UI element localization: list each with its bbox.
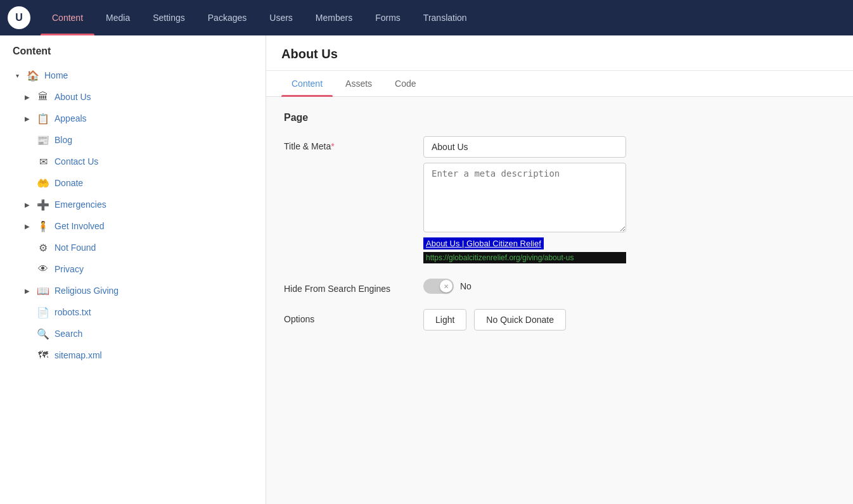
contact-icon: ✉ xyxy=(37,155,49,168)
sitemap-icon: 🗺 xyxy=(37,349,49,362)
title-meta-label: Title & Meta* xyxy=(284,136,411,151)
search-icon: 🔍 xyxy=(37,327,49,340)
option-light-button[interactable]: Light xyxy=(423,309,466,331)
about-us-label: About Us xyxy=(55,92,91,102)
nav-forms[interactable]: Forms xyxy=(364,0,412,35)
robots-label: robots.txt xyxy=(55,307,91,317)
tab-content[interactable]: Content xyxy=(281,71,333,96)
sidebar-item-religious-giving[interactable]: ▶ 📖 Religious Giving xyxy=(0,280,266,301)
form-area: Page Title & Meta* About Us | Global Cit… xyxy=(266,97,853,504)
nav-items: Content Media Settings Packages Users Me… xyxy=(41,0,478,35)
logo[interactable]: U xyxy=(8,6,30,29)
sidebar-item-search[interactable]: ▶ 🔍 Search xyxy=(0,323,266,344)
toggle-knob: ✕ xyxy=(440,280,452,293)
sidebar-item-appeals[interactable]: ▶ 📋 Appeals xyxy=(0,108,266,129)
nav-translation[interactable]: Translation xyxy=(412,0,478,35)
donate-label: Donate xyxy=(55,178,83,188)
about-us-icon: 🏛 xyxy=(37,91,49,103)
hide-search-toggle[interactable]: ✕ xyxy=(423,279,454,294)
blog-label: Blog xyxy=(55,135,72,145)
sidebar-item-home[interactable]: ▾ 🏠 Home xyxy=(0,65,266,86)
nav-media[interactable]: Media xyxy=(94,0,141,35)
options-buttons: Light No Quick Donate xyxy=(423,309,835,331)
home-arrow-icon: ▾ xyxy=(13,71,22,80)
meta-description-textarea[interactable] xyxy=(423,163,626,232)
religious-giving-icon: 📖 xyxy=(37,284,49,297)
tabs-bar: Content Assets Code xyxy=(266,71,853,97)
home-label: Home xyxy=(44,70,68,80)
required-marker: * xyxy=(331,141,334,151)
search-label: Search xyxy=(55,329,82,339)
sidebar-item-emergencies[interactable]: ▶ ➕ Emergencies xyxy=(0,194,266,215)
contact-label: Contact Us xyxy=(55,156,98,167)
not-found-label: Not Found xyxy=(55,243,96,253)
sidebar-tree: ▾ 🏠 Home ▶ 🏛 About Us ▶ 📋 Appeals ▶ 📰 Bl… xyxy=(0,62,266,369)
get-involved-label: Get Involved xyxy=(55,221,105,231)
sidebar-heading: Content xyxy=(0,35,266,62)
appeals-label: Appeals xyxy=(55,113,87,123)
hide-search-controls: ✕ No xyxy=(423,279,835,294)
sidebar-item-not-found[interactable]: ▶ ⚙ Not Found xyxy=(0,237,266,258)
toggle-text: No xyxy=(460,281,471,291)
sidebar-item-privacy[interactable]: ▶ 👁 Privacy xyxy=(0,258,266,280)
options-controls: Light No Quick Donate xyxy=(423,309,835,331)
nav-settings[interactable]: Settings xyxy=(141,0,196,35)
nav-users[interactable]: Users xyxy=(258,0,304,35)
nav-members[interactable]: Members xyxy=(304,0,364,35)
religious-giving-label: Religious Giving xyxy=(55,286,119,296)
not-found-icon: ⚙ xyxy=(37,241,49,254)
sidebar-item-contact[interactable]: ▶ ✉ Contact Us xyxy=(0,151,266,172)
home-icon: 🏠 xyxy=(27,69,39,82)
emergencies-arrow-icon: ▶ xyxy=(23,200,32,209)
page-title: About Us xyxy=(281,47,838,61)
appeals-icon: 📋 xyxy=(37,112,49,125)
religious-giving-arrow-icon: ▶ xyxy=(23,286,32,295)
sidebar-item-about-us[interactable]: ▶ 🏛 About Us xyxy=(0,86,266,108)
top-nav: U Content Media Settings Packages Users … xyxy=(0,0,853,35)
about-us-arrow-icon: ▶ xyxy=(23,92,32,101)
get-involved-arrow-icon: ▶ xyxy=(23,222,32,230)
page-title-bar: About Us xyxy=(266,35,853,71)
robots-icon: 📄 xyxy=(37,306,49,318)
main-content: About Us Content Assets Code Page Title … xyxy=(266,35,853,504)
privacy-icon: 👁 xyxy=(37,263,49,275)
seo-preview-url: https://globalcitizenrelief.org/giving/a… xyxy=(423,252,626,263)
tab-assets[interactable]: Assets xyxy=(335,71,382,96)
option-no-quick-donate-button[interactable]: No Quick Donate xyxy=(474,309,566,331)
sidebar-item-get-involved[interactable]: ▶ 🧍 Get Involved xyxy=(0,215,266,237)
sidebar-item-robots[interactable]: ▶ 📄 robots.txt xyxy=(0,301,266,323)
toggle-row: ✕ No xyxy=(423,279,835,294)
tab-code[interactable]: Code xyxy=(385,71,426,96)
hide-search-row: Hide From Search Engines ✕ No xyxy=(284,279,835,294)
options-label: Options xyxy=(284,309,411,324)
privacy-label: Privacy xyxy=(55,264,84,274)
seo-preview-title: About Us | Global Citizen Relief xyxy=(423,237,544,249)
blog-icon: 📰 xyxy=(37,134,49,146)
options-row: Options Light No Quick Donate xyxy=(284,309,835,331)
title-meta-row: Title & Meta* About Us | Global Citizen … xyxy=(284,136,835,263)
emergencies-label: Emergencies xyxy=(55,199,106,210)
sidebar-item-blog[interactable]: ▶ 📰 Blog xyxy=(0,129,266,151)
title-input[interactable] xyxy=(423,136,626,158)
title-meta-controls: About Us | Global Citizen Relief https:/… xyxy=(423,136,835,263)
section-title: Page xyxy=(284,112,835,123)
appeals-arrow-icon: ▶ xyxy=(23,114,32,123)
sitemap-label: sitemap.xml xyxy=(55,350,102,360)
layout: Content ▾ 🏠 Home ▶ 🏛 About Us ▶ 📋 Appeal… xyxy=(0,35,853,504)
sidebar: Content ▾ 🏠 Home ▶ 🏛 About Us ▶ 📋 Appeal… xyxy=(0,35,266,504)
hide-search-label: Hide From Search Engines xyxy=(284,279,411,294)
sidebar-item-donate[interactable]: ▶ 🤲 Donate xyxy=(0,172,266,194)
nav-content[interactable]: Content xyxy=(41,0,94,35)
nav-packages[interactable]: Packages xyxy=(196,0,258,35)
donate-icon: 🤲 xyxy=(37,177,49,189)
get-involved-icon: 🧍 xyxy=(37,220,49,232)
sidebar-item-sitemap[interactable]: ▶ 🗺 sitemap.xml xyxy=(0,344,266,366)
emergencies-icon: ➕ xyxy=(37,198,49,211)
